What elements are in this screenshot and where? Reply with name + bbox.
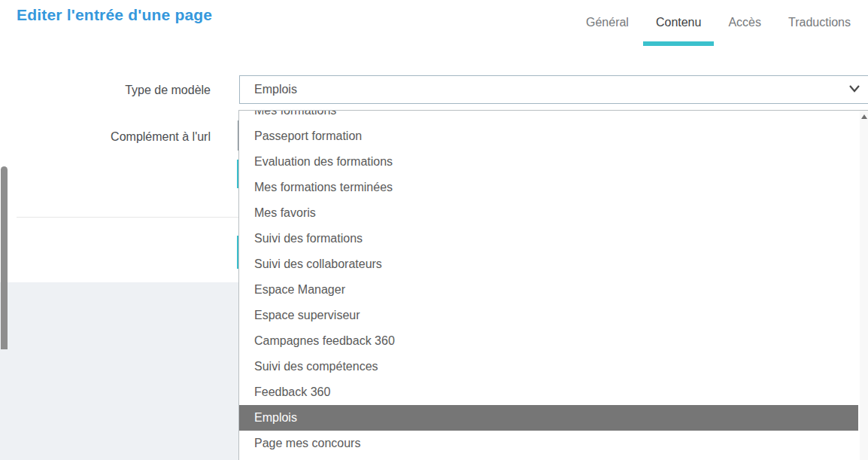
dropdown-option[interactable]: Page mes concours bbox=[239, 431, 858, 456]
dropdown-option[interactable]: Feedback 360 bbox=[239, 379, 858, 405]
page-title: Editer l'entrée d'une page bbox=[17, 6, 212, 24]
type-de-modele-dropdown: Mes formationsPasseport formationEvaluat… bbox=[238, 110, 868, 460]
type-de-modele-select[interactable]: Emplois bbox=[239, 75, 868, 104]
dropdown-option[interactable]: Campagnes feedback 360 bbox=[239, 328, 858, 354]
type-de-modele-label: Type de modèle bbox=[15, 84, 211, 97]
dropdown-option[interactable]: Passeport formation bbox=[239, 123, 858, 149]
chevron-down-icon bbox=[849, 85, 860, 93]
dropdown-option[interactable]: Emplois bbox=[239, 405, 858, 431]
dropdown-option-list: Mes formationsPasseport formationEvaluat… bbox=[239, 110, 868, 456]
tab-acces[interactable]: Accès bbox=[715, 0, 774, 46]
dropdown-option[interactable]: Mes formations terminées bbox=[239, 175, 858, 200]
scroll-up-arrow-icon[interactable] bbox=[860, 111, 868, 123]
select-value: Emplois bbox=[240, 83, 297, 96]
dropdown-scrollbar-thumb[interactable] bbox=[1, 166, 8, 349]
dropdown-option[interactable]: Suivi des compétences bbox=[239, 354, 858, 379]
tab-bar: Général Contenu Accès Traductions bbox=[572, 0, 863, 46]
tab-contenu[interactable]: Contenu bbox=[643, 0, 715, 46]
dropdown-option[interactable]: Mes favoris bbox=[239, 200, 858, 226]
tab-traductions[interactable]: Traductions bbox=[775, 0, 863, 46]
complement-url-label: Complément à l'url bbox=[15, 130, 211, 144]
dropdown-option[interactable]: Suivi des collaborateurs bbox=[239, 251, 858, 277]
dropdown-option[interactable]: Mes formations bbox=[239, 110, 858, 123]
dropdown-option[interactable]: Evaluation des formations bbox=[239, 149, 858, 175]
dropdown-option[interactable]: Espace Manager bbox=[239, 277, 858, 303]
dropdown-option[interactable]: Espace superviseur bbox=[239, 303, 858, 328]
section-divider bbox=[17, 217, 238, 218]
dropdown-option[interactable]: Suivi des formations bbox=[239, 226, 858, 251]
tab-general[interactable]: Général bbox=[573, 0, 642, 46]
dropdown-scrollbar[interactable] bbox=[860, 111, 868, 460]
